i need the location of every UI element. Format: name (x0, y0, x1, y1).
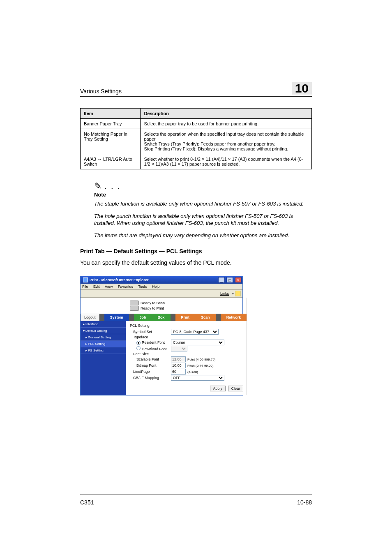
th-description: Description (141, 109, 312, 119)
settings-table: Item Description Banner Paper Tray Selec… (80, 108, 312, 169)
lbl-scalable: Scalable Font (130, 357, 171, 361)
select-download-font[interactable] (171, 346, 187, 352)
lbl-lines: Line/Page (130, 370, 171, 374)
sidebar-item-general[interactable]: ▸General Setting (81, 334, 126, 341)
maximize-button[interactable]: □ (226, 277, 233, 283)
input-bitmap[interactable] (171, 363, 186, 368)
section-heading: Print Tab — Default Settings — PCL Setti… (80, 248, 312, 254)
th-item: Item (81, 109, 141, 119)
titlebar: Print - Microsoft Internet Explorer _ □ … (81, 276, 242, 284)
window-title: Print - Microsoft Internet Explorer (90, 278, 217, 282)
table-row: No Matching Paper in Tray Setting Select… (81, 129, 312, 154)
cell-item: Banner Paper Tray (81, 119, 141, 129)
hint-bitmap: Pitch (0.44-99.00) (187, 364, 214, 368)
tab-print[interactable]: Print (175, 314, 196, 321)
lbl-download: Download Font (142, 347, 167, 351)
running-header: Various Settings 10 (80, 82, 312, 97)
cell-desc: Select whether to print 8-1/2 × 11 (A4)/… (141, 154, 312, 169)
ie-icon (83, 278, 88, 282)
lbl-bitmap: Bitmap Font (130, 363, 171, 368)
sidebar-item-ps[interactable]: ▸PS Setting (81, 347, 126, 354)
tab-system[interactable]: System (104, 314, 129, 321)
footer-model: C351 (80, 499, 94, 506)
running-header-title: Various Settings (80, 88, 122, 95)
browser-window: Print - Microsoft Internet Explorer _ □ … (80, 276, 243, 395)
menu-tools[interactable]: Tools (138, 284, 147, 289)
sidebar-label: PS Setting (88, 349, 104, 352)
scrollbar[interactable] (247, 298, 247, 395)
minimize-button[interactable]: _ (218, 277, 225, 283)
radio-download[interactable]: Download Font (130, 346, 171, 351)
links-row: Links » (81, 290, 242, 298)
tab-bar: Logout System Job Box Print Scan Network (81, 314, 247, 321)
menu-bar: File Edit View Favorites Tools Help (81, 284, 242, 290)
note-dots: . . . (104, 181, 121, 191)
menu-help[interactable]: Help (152, 284, 160, 289)
lbl-typeface: Typeface (130, 335, 171, 339)
cell-item: No Matching Paper in Tray Setting (81, 129, 141, 154)
cell-desc: Selects the operation when the specified… (141, 129, 312, 154)
sidebar-item-interface[interactable]: ▸Interface (81, 321, 126, 328)
note-icon: ✎ (94, 181, 102, 191)
select-symbol-set[interactable]: PC-8, Code Page 437 (171, 329, 219, 335)
table-row: A4/A3 ↔ LTR/LGR Auto Switch Select wheth… (81, 154, 312, 169)
note-heading: Note (94, 192, 312, 198)
status-print: Ready to Print (141, 306, 164, 310)
tab-box[interactable]: Box (152, 314, 171, 321)
body-text: You can specify the default setting valu… (80, 259, 312, 266)
note-para: The hole punch function is available onl… (94, 213, 312, 227)
chevron-right-icon: » (232, 291, 234, 296)
sidebar-label: Default Setting (85, 329, 107, 333)
status-area: Ready to Scan Ready to Print (81, 298, 247, 314)
logout-button[interactable]: Logout (81, 314, 99, 321)
lbl-symbol-set: Symbol Set (130, 330, 171, 334)
sidebar-label: Interface (85, 322, 98, 326)
chapter-number: 10 (292, 82, 312, 95)
input-lines[interactable] (171, 369, 186, 375)
note-para: The staple function is available only wh… (94, 200, 312, 208)
cell-desc: Select the paper tray to be used for ban… (141, 119, 312, 129)
menu-view[interactable]: View (105, 284, 113, 289)
tab-job[interactable]: Job (134, 314, 152, 321)
menu-edit[interactable]: Edit (93, 284, 100, 289)
links-label[interactable]: Links (220, 291, 229, 296)
menu-file[interactable]: File (82, 284, 88, 289)
lbl-font-size: Font Size (130, 352, 171, 356)
radio-resident[interactable]: Resident Font (130, 340, 171, 345)
note-block: ✎ . . . Note The staple function is avai… (94, 181, 312, 239)
sidebar-item-default[interactable]: ▾Default Setting (81, 328, 126, 334)
form-area: PCL Setting Symbol Set PC-8, Code Page 4… (126, 321, 247, 395)
running-footer: C351 10-88 (80, 495, 312, 506)
hint-lines: (5-128) (187, 370, 198, 374)
clear-button[interactable]: Clear (228, 386, 244, 391)
close-button[interactable]: × (235, 277, 242, 283)
apply-button[interactable]: Apply (210, 386, 226, 391)
select-crlf[interactable]: OFF (171, 375, 224, 381)
sidebar-item-pcl[interactable]: ▸PCL Setting (81, 341, 126, 347)
cell-item: A4/A3 ↔ LTR/LGR Auto Switch (81, 154, 141, 169)
table-row: Banner Paper Tray Select the paper tray … (81, 119, 312, 129)
lbl-resident: Resident Font (142, 340, 165, 345)
footer-page: 10-88 (297, 499, 312, 506)
sidebar-label: General Setting (88, 335, 111, 339)
sidebar: ▸Interface ▾Default Setting ▸General Set… (81, 321, 126, 395)
note-para: The items that are displayed may vary de… (94, 232, 312, 239)
tab-scan[interactable]: Scan (195, 314, 216, 321)
lbl-crlf: CR/LF Mapping (130, 376, 171, 380)
input-scalable[interactable] (171, 356, 186, 362)
sidebar-label: PCL Setting (88, 342, 105, 346)
select-typeface[interactable]: Courier (171, 340, 224, 345)
security-icon[interactable] (235, 291, 241, 296)
hint-scalable: Point (4.00-999.75) (187, 358, 216, 361)
status-scan: Ready to Scan (141, 301, 165, 305)
tab-network[interactable]: Network (221, 314, 247, 321)
menu-favorites[interactable]: Favorites (118, 284, 133, 289)
scanner-icon (130, 301, 139, 305)
form-title: PCL Setting (130, 324, 243, 328)
printer-icon (130, 306, 139, 311)
